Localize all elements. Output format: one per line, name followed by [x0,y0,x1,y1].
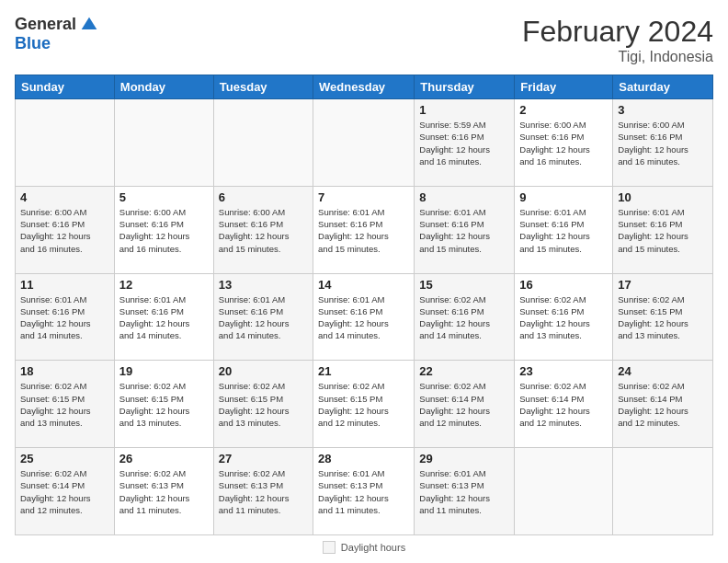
day-info: Sunrise: 6:02 AMSunset: 6:15 PMDaylight:… [20,380,109,429]
day-number: 17 [618,278,708,292]
day-info: Sunrise: 6:01 AMSunset: 6:16 PMDaylight:… [119,293,209,342]
day-info: Sunrise: 5:59 AMSunset: 6:16 PMDaylight:… [419,119,509,167]
calendar-cell: 25Sunrise: 6:02 AMSunset: 6:14 PMDayligh… [16,448,115,535]
calendar-cell: 24Sunrise: 6:02 AMSunset: 6:14 PMDayligh… [613,361,713,448]
day-number: 6 [219,190,308,204]
calendar-weekday-header: Friday [515,75,613,99]
day-number: 7 [318,190,409,204]
day-info: Sunrise: 6:02 AMSunset: 6:15 PMDaylight:… [318,380,409,429]
day-info: Sunrise: 6:00 AMSunset: 6:16 PMDaylight:… [20,206,109,255]
calendar-cell [313,99,415,187]
day-number: 29 [419,452,509,465]
day-info: Sunrise: 6:00 AMSunset: 6:16 PMDaylight:… [618,119,708,167]
svg-marker-0 [82,17,97,29]
day-info: Sunrise: 6:02 AMSunset: 6:15 PMDaylight:… [119,380,209,429]
day-info: Sunrise: 6:02 AMSunset: 6:14 PMDaylight:… [519,380,608,429]
day-number: 28 [318,452,409,465]
calendar-subtitle: Tigi, Indonesia [522,49,713,65]
day-info: Sunrise: 6:02 AMSunset: 6:16 PMDaylight:… [419,293,509,342]
calendar-cell: 4Sunrise: 6:00 AMSunset: 6:16 PMDaylight… [16,186,115,273]
day-number: 11 [20,278,109,292]
calendar-week-row: 18Sunrise: 6:02 AMSunset: 6:15 PMDayligh… [16,361,713,448]
logo-general-text: General [15,15,76,34]
calendar-cell: 1Sunrise: 5:59 AMSunset: 6:16 PMDaylight… [415,99,515,187]
day-info: Sunrise: 6:01 AMSunset: 6:16 PMDaylight:… [519,206,608,255]
day-info: Sunrise: 6:01 AMSunset: 6:16 PMDaylight:… [419,206,509,255]
day-number: 18 [20,364,109,378]
day-number: 22 [419,364,509,378]
calendar-cell: 28Sunrise: 6:01 AMSunset: 6:13 PMDayligh… [313,448,415,535]
day-number: 4 [20,190,109,204]
footer-label: Daylight hours [341,542,405,553]
day-number: 14 [318,278,409,292]
calendar-cell: 15Sunrise: 6:02 AMSunset: 6:16 PMDayligh… [415,273,515,361]
day-number: 25 [20,452,109,465]
calendar-cell: 23Sunrise: 6:02 AMSunset: 6:14 PMDayligh… [515,361,613,448]
calendar-cell: 7Sunrise: 6:01 AMSunset: 6:16 PMDaylight… [313,186,415,273]
calendar-cell: 17Sunrise: 6:02 AMSunset: 6:15 PMDayligh… [613,273,713,361]
calendar-cell [114,99,213,187]
day-number: 13 [219,278,308,292]
day-info: Sunrise: 6:01 AMSunset: 6:16 PMDaylight:… [20,293,109,342]
day-number: 23 [519,364,608,378]
calendar-cell: 18Sunrise: 6:02 AMSunset: 6:15 PMDayligh… [16,361,115,448]
day-info: Sunrise: 6:01 AMSunset: 6:16 PMDaylight:… [318,293,409,342]
day-number: 21 [318,364,409,378]
day-number: 15 [419,278,509,292]
calendar-cell: 11Sunrise: 6:01 AMSunset: 6:16 PMDayligh… [16,273,115,361]
header: General Blue February 2024 Tigi, Indones… [15,15,713,65]
day-number: 8 [419,190,509,204]
calendar-cell: 14Sunrise: 6:01 AMSunset: 6:16 PMDayligh… [313,273,415,361]
calendar-week-row: 4Sunrise: 6:00 AMSunset: 6:16 PMDaylight… [16,186,713,273]
logo-icon [80,16,98,34]
calendar-weekday-header: Thursday [415,75,515,99]
calendar-cell: 29Sunrise: 6:01 AMSunset: 6:13 PMDayligh… [415,448,515,535]
calendar-cell: 3Sunrise: 6:00 AMSunset: 6:16 PMDaylight… [613,99,713,187]
day-number: 26 [119,452,209,465]
calendar-cell: 27Sunrise: 6:02 AMSunset: 6:13 PMDayligh… [213,448,313,535]
calendar-cell: 20Sunrise: 6:02 AMSunset: 6:15 PMDayligh… [213,361,313,448]
calendar-weekday-header: Saturday [613,75,713,99]
day-info: Sunrise: 6:00 AMSunset: 6:16 PMDaylight:… [119,206,209,255]
footer-box [323,541,336,554]
calendar-weekday-header: Tuesday [213,75,313,99]
day-info: Sunrise: 6:02 AMSunset: 6:13 PMDaylight:… [119,467,209,516]
calendar-cell: 22Sunrise: 6:02 AMSunset: 6:14 PMDayligh… [415,361,515,448]
calendar-cell: 13Sunrise: 6:01 AMSunset: 6:16 PMDayligh… [213,273,313,361]
calendar-weekday-header: Monday [114,75,213,99]
calendar-week-row: 25Sunrise: 6:02 AMSunset: 6:14 PMDayligh… [16,448,713,535]
calendar-body: 1Sunrise: 5:59 AMSunset: 6:16 PMDaylight… [16,99,713,535]
calendar-cell: 10Sunrise: 6:01 AMSunset: 6:16 PMDayligh… [613,186,713,273]
calendar-cell: 26Sunrise: 6:02 AMSunset: 6:13 PMDayligh… [114,448,213,535]
day-info: Sunrise: 6:02 AMSunset: 6:16 PMDaylight:… [519,293,608,342]
calendar-cell: 5Sunrise: 6:00 AMSunset: 6:16 PMDaylight… [114,186,213,273]
day-number: 9 [519,190,608,204]
calendar-week-row: 11Sunrise: 6:01 AMSunset: 6:16 PMDayligh… [16,273,713,361]
calendar-cell [613,448,713,535]
day-number: 24 [618,364,708,378]
day-info: Sunrise: 6:01 AMSunset: 6:16 PMDaylight:… [318,206,409,255]
calendar-cell: 19Sunrise: 6:02 AMSunset: 6:15 PMDayligh… [114,361,213,448]
day-number: 1 [419,103,509,117]
logo-blue-text: Blue [15,34,51,53]
day-info: Sunrise: 6:02 AMSunset: 6:14 PMDaylight:… [618,380,708,429]
day-info: Sunrise: 6:00 AMSunset: 6:16 PMDaylight:… [219,206,308,255]
day-number: 27 [219,452,308,465]
calendar-cell: 8Sunrise: 6:01 AMSunset: 6:16 PMDaylight… [415,186,515,273]
day-info: Sunrise: 6:01 AMSunset: 6:16 PMDaylight:… [618,206,708,255]
day-info: Sunrise: 6:02 AMSunset: 6:14 PMDaylight:… [20,467,109,516]
calendar-cell [213,99,313,187]
day-number: 10 [618,190,708,204]
calendar-header-row: SundayMondayTuesdayWednesdayThursdayFrid… [16,75,713,99]
day-number: 20 [219,364,308,378]
calendar-weekday-header: Wednesday [313,75,415,99]
calendar-cell [515,448,613,535]
day-info: Sunrise: 6:00 AMSunset: 6:16 PMDaylight:… [519,119,608,167]
day-info: Sunrise: 6:01 AMSunset: 6:13 PMDaylight:… [419,467,509,516]
day-info: Sunrise: 6:01 AMSunset: 6:13 PMDaylight:… [318,467,409,516]
calendar-cell: 12Sunrise: 6:01 AMSunset: 6:16 PMDayligh… [114,273,213,361]
day-number: 3 [618,103,708,117]
calendar-week-row: 1Sunrise: 5:59 AMSunset: 6:16 PMDaylight… [16,99,713,187]
title-section: February 2024 Tigi, Indonesia [522,15,713,65]
calendar-weekday-header: Sunday [16,75,115,99]
